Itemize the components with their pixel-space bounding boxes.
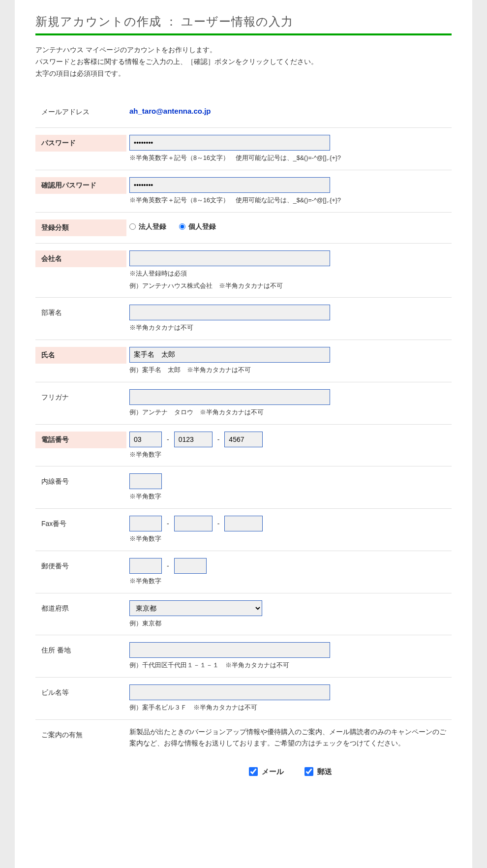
row-postal: 郵便番号 - ※半角数字 [35, 551, 452, 593]
password-confirm-input[interactable] [129, 177, 330, 193]
radio-corporate[interactable]: 法人登録 [129, 222, 166, 231]
intro-line: 太字の項目は必須項目です。 [35, 68, 452, 80]
prefecture-select[interactable]: 東京都 [129, 600, 262, 616]
hint-name: 例）案手名 太郎 ※半角カタカナは不可 [129, 366, 452, 375]
row-password-confirm: 確認用パスワード ※半角英数字＋記号（8～16文字） 使用可能な記号は、_$&(… [35, 170, 452, 212]
row-department: 部署名 ※半角カタカナは不可 [35, 297, 452, 340]
separator: - [165, 435, 171, 443]
row-extension: 内線番号 ※半角数字 [35, 466, 452, 508]
furigana-input[interactable] [129, 389, 330, 405]
hint-company-2: 例）アンテナハウス株式会社 ※半角カタカナは不可 [129, 281, 452, 291]
label-email: メールアドレス [35, 104, 126, 121]
guidance-text: 新製品が出たときのバージョンアップ情報や優待購入のご案内、メール購読者のみのキャ… [129, 727, 452, 749]
phone-input-3[interactable] [224, 432, 263, 447]
label-postal: 郵便番号 [35, 558, 126, 575]
page-title: 新規アカウントの作成 ： ユーザー情報の入力 [35, 14, 452, 35]
row-reg-type: 登録分類 法人登録 個人登録 [35, 212, 452, 243]
radio-individual-input[interactable] [179, 223, 185, 230]
hint-phone: ※半角数字 [129, 450, 452, 460]
label-company: 会社名 [35, 250, 126, 267]
intro-text: アンテナハウス マイページのアカウントをお作りします。 パスワードとお客様に関す… [35, 44, 452, 79]
hint-department: ※半角カタカナは不可 [129, 323, 452, 333]
fax-input-3[interactable] [224, 516, 263, 531]
row-furigana: フリガナ 例）アンテナ タロウ ※半角カタカナは不可 [35, 382, 452, 424]
separator: - [165, 520, 171, 527]
postal-input-2[interactable] [174, 558, 207, 574]
hint-fax: ※半角数字 [129, 534, 452, 544]
row-address: 住所 番地 例）千代田区千代田１－１－１ ※半角カタカナは不可 [35, 635, 452, 677]
email-value: ah_taro@antenna.co.jp [129, 104, 452, 115]
radio-corporate-input[interactable] [129, 223, 136, 230]
separator: - [215, 435, 222, 443]
row-prefecture: 都道府県 東京都 例）東京都 [35, 593, 452, 635]
extension-input[interactable] [129, 473, 162, 489]
row-phone: 電話番号 - - ※半角数字 [35, 424, 452, 466]
row-email: メールアドレス ah_taro@antenna.co.jp [35, 97, 452, 127]
label-password: パスワード [35, 135, 126, 152]
company-input[interactable] [129, 250, 330, 266]
separator: - [165, 562, 171, 570]
building-input[interactable] [129, 684, 330, 700]
department-input[interactable] [129, 305, 330, 320]
radio-individual[interactable]: 個人登録 [179, 222, 216, 231]
name-input[interactable] [129, 347, 330, 363]
separator: - [215, 520, 222, 527]
label-fax: Fax番号 [35, 516, 126, 532]
password-input[interactable] [129, 135, 330, 151]
label-reg-type: 登録分類 [35, 219, 126, 236]
hint-postal: ※半角数字 [129, 577, 452, 586]
radio-corporate-label: 法人登録 [139, 222, 166, 231]
checkbox-post[interactable]: 郵送 [304, 767, 332, 776]
hint-password-confirm: ※半角英数字＋記号（8～16文字） 使用可能な記号は、_$&()=-^@[],.… [129, 196, 452, 205]
hint-prefecture: 例）東京都 [129, 619, 452, 628]
fax-input-2[interactable] [174, 516, 213, 531]
phone-input-1[interactable] [129, 432, 162, 447]
checkbox-post-label: 郵送 [317, 767, 332, 776]
fax-input-1[interactable] [129, 516, 162, 531]
postal-input-1[interactable] [129, 558, 162, 574]
row-name: 氏名 例）案手名 太郎 ※半角カタカナは不可 [35, 340, 452, 382]
label-department: 部署名 [35, 305, 126, 321]
radio-individual-label: 個人登録 [188, 222, 216, 231]
intro-line: アンテナハウス マイページのアカウントをお作りします。 [35, 44, 452, 56]
intro-line: パスワードとお客様に関する情報をご入力の上、［確認］ボタンをクリックしてください… [35, 56, 452, 68]
phone-input-2[interactable] [174, 432, 213, 447]
checkbox-mail-label: メール [262, 767, 284, 776]
row-building: ビル名等 例）案手名ビル３Ｆ ※半角カタカナは不可 [35, 677, 452, 719]
checkbox-mail-input[interactable] [249, 767, 258, 776]
hint-password: ※半角英数字＋記号（8～16文字） 使用可能な記号は、_$&()=-^@[],.… [129, 154, 452, 163]
row-password: パスワード ※半角英数字＋記号（8～16文字） 使用可能な記号は、_$&()=-… [35, 127, 452, 170]
row-fax: Fax番号 - - ※半角数字 [35, 508, 452, 551]
label-address: 住所 番地 [35, 642, 126, 659]
label-name: 氏名 [35, 347, 126, 364]
row-guidance: ご案内の有無 新製品が出たときのバージョンアップ情報や優待購入のご案内、メール購… [35, 719, 452, 783]
label-password-confirm: 確認用パスワード [35, 177, 126, 194]
label-phone: 電話番号 [35, 432, 126, 448]
hint-building: 例）案手名ビル３Ｆ ※半角カタカナは不可 [129, 703, 452, 713]
label-extension: 内線番号 [35, 473, 126, 490]
label-building: ビル名等 [35, 684, 126, 701]
hint-extension: ※半角数字 [129, 492, 452, 501]
label-furigana: フリガナ [35, 389, 126, 406]
hint-address: 例）千代田区千代田１－１－１ ※半角カタカナは不可 [129, 661, 452, 670]
checkbox-post-input[interactable] [304, 767, 313, 776]
hint-furigana: 例）アンテナ タロウ ※半角カタカナは不可 [129, 408, 452, 417]
row-company: 会社名 ※法人登録時は必須 例）アンテナハウス株式会社 ※半角カタカナは不可 [35, 243, 452, 298]
label-guidance: ご案内の有無 [35, 727, 126, 744]
label-prefecture: 都道府県 [35, 600, 126, 617]
address-input[interactable] [129, 642, 330, 658]
checkbox-mail[interactable]: メール [249, 767, 284, 776]
hint-company-1: ※法人登録時は必須 [129, 269, 452, 279]
